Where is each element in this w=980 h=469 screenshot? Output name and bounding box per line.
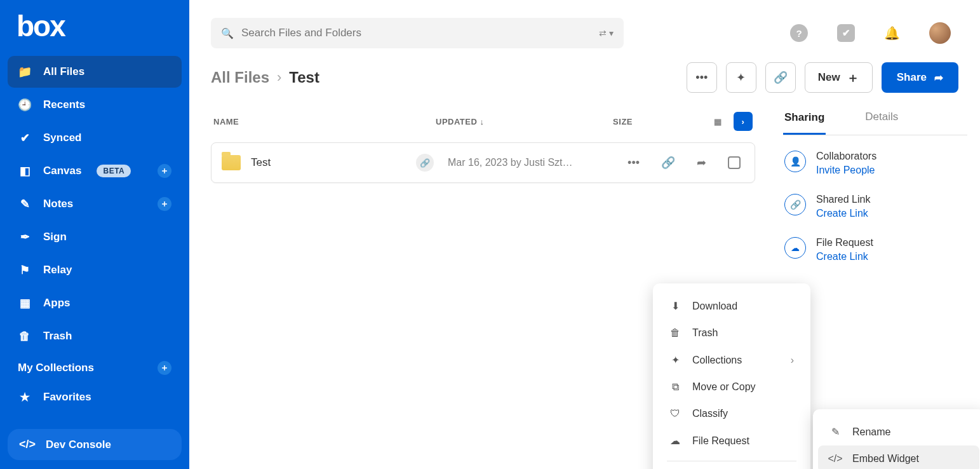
row-more-button[interactable]: •••	[628, 156, 640, 170]
help-icon[interactable]: ?	[790, 24, 808, 42]
dev-console-button[interactable]: </> Dev Console	[8, 429, 182, 460]
shared-link-button[interactable]: 🔗	[765, 62, 796, 93]
menu-item-embed-widget[interactable]: </> Embed Widget	[818, 445, 979, 469]
menu-item-download[interactable]: ⬇ Download	[658, 292, 805, 320]
file-list-pane: NAME UPDATED ↓ SIZE ▦ › Test 🔗 Mar 16, 2…	[189, 104, 777, 469]
avatar[interactable]	[929, 22, 951, 44]
sidebar-item-label: Notes	[43, 198, 73, 210]
action-buttons: ••• ✦ 🔗 New ＋ Share ➦	[687, 62, 958, 93]
cloud-up-icon: ☁	[669, 435, 681, 447]
add-to-collection-button[interactable]: ✦	[726, 62, 756, 93]
new-button[interactable]: New ＋	[805, 62, 873, 93]
create-file-request-link[interactable]: Create Link	[816, 251, 873, 262]
sidebar-item-label: Canvas	[43, 165, 81, 177]
row-link-button[interactable]: 🔗	[661, 156, 675, 170]
menu-item-label: Rename	[852, 426, 890, 438]
menu-divider	[667, 461, 796, 461]
share-button[interactable]: Share ➦	[882, 62, 958, 93]
add-collection-button[interactable]: ＋	[158, 361, 171, 375]
topbar: 🔍 ⇄ ▾ ? ✔ 🔔	[189, 0, 980, 60]
sidebar-item-relay[interactable]: ⚑ Relay	[8, 254, 182, 286]
sidebar-item-recents[interactable]: 🕘 Recents	[8, 89, 182, 121]
dots-icon: •••	[695, 71, 708, 85]
column-size[interactable]: SIZE	[588, 117, 633, 126]
sidebar-item-favorites[interactable]: ★ Favorites	[8, 381, 182, 413]
chevron-right-icon: ›	[791, 355, 794, 366]
sidebar-item-label: Sign	[43, 231, 67, 243]
more-options-button[interactable]: •••	[687, 62, 717, 93]
person-icon: 👤	[784, 151, 806, 172]
plus-icon: ＋	[847, 69, 859, 86]
dev-console-label: Dev Console	[46, 438, 111, 451]
invite-people-link[interactable]: Invite People	[816, 165, 876, 176]
shield-icon: 🛡	[669, 408, 681, 419]
sidebar-item-label: Apps	[43, 297, 70, 309]
sidebar-nav: 📁 All Files 🕘 Recents ✔ Synced ◧ Canvas …	[0, 56, 189, 352]
column-headers: NAME UPDATED ↓ SIZE ▦ ›	[211, 104, 755, 142]
search-input[interactable]	[241, 27, 599, 39]
new-button-label: New	[818, 71, 840, 84]
searchbox[interactable]: 🔍 ⇄ ▾	[211, 18, 624, 48]
menu-item-rename[interactable]: ✎ Rename	[818, 418, 979, 445]
collapse-panel-button[interactable]: ›	[734, 112, 753, 131]
sidebar-section-my-collections: My Collections ＋	[0, 352, 189, 381]
folder-icon	[222, 155, 241, 170]
sidebar-item-notes[interactable]: ✎ Notes ＋	[8, 188, 182, 220]
chevron-right-icon: ›	[277, 69, 281, 86]
actionbar: All Files › Test ••• ✦ 🔗 New ＋ Share ➦	[189, 60, 980, 104]
sidebar-item-label: Relay	[43, 264, 72, 276]
sidebar-item-label: Recents	[43, 99, 85, 111]
check-circle-icon: ✔	[18, 131, 32, 145]
menu-item-move-or-copy[interactable]: ⧉ Move or Copy	[658, 374, 805, 400]
rp-section-title: Shared Link	[816, 194, 870, 208]
sidebar-item-synced[interactable]: ✔ Synced	[8, 122, 182, 154]
link-icon: 🔗	[420, 158, 430, 168]
tasks-icon[interactable]: ✔	[837, 24, 855, 42]
shared-link-chip[interactable]: 🔗	[416, 154, 434, 172]
row-share-button[interactable]: ➦	[697, 156, 706, 170]
trash-icon: 🗑	[669, 327, 681, 339]
menu-item-file-request[interactable]: ☁ File Request	[658, 427, 805, 454]
tab-details[interactable]: Details	[864, 104, 899, 132]
column-updated[interactable]: UPDATED ↓	[436, 117, 588, 126]
file-name[interactable]: Test	[251, 156, 416, 169]
context-submenu: ✎ Rename </> Embed Widget 🏷 Add or Edit …	[813, 409, 980, 469]
menu-item-label: Embed Widget	[852, 453, 919, 465]
rp-section-file-request: ☁ File Request Create Link	[783, 222, 967, 265]
grid-view-button[interactable]: ▦	[708, 112, 727, 131]
table-row[interactable]: Test 🔗 Mar 16, 2023 by Justi Szt… ••• 🔗 …	[211, 142, 755, 183]
breadcrumb: All Files › Test	[211, 69, 319, 86]
sidebar-item-all-files[interactable]: 📁 All Files	[8, 56, 182, 88]
tab-sharing[interactable]: Sharing	[783, 105, 826, 135]
cloud-up-icon: ☁	[784, 237, 806, 259]
shapes-icon: ◧	[18, 164, 32, 178]
row-actions: ••• 🔗 ➦	[628, 156, 744, 170]
bell-icon[interactable]: 🔔	[884, 25, 900, 41]
menu-item-classify[interactable]: 🛡 Classify	[658, 400, 805, 427]
folder-icon: 📁	[18, 65, 32, 79]
menu-item-collections[interactable]: ✦ Collections ›	[658, 346, 805, 374]
column-updated-label: UPDATED	[436, 117, 477, 126]
menu-item-trash[interactable]: 🗑 Trash	[658, 320, 805, 346]
create-shared-link[interactable]: Create Link	[816, 208, 870, 219]
add-note-button[interactable]: ＋	[158, 197, 171, 211]
sidebar-item-sign[interactable]: ✒ Sign	[8, 221, 182, 253]
sidebar-item-label: Favorites	[43, 391, 91, 404]
row-checkbox[interactable]	[728, 156, 741, 169]
column-name[interactable]: NAME	[213, 117, 436, 126]
sort-desc-icon: ↓	[480, 117, 484, 126]
sidebar-item-trash[interactable]: 🗑 Trash	[8, 320, 182, 352]
grid-icon: ▦	[18, 296, 32, 310]
add-canvas-button[interactable]: ＋	[158, 164, 171, 178]
search-filter-icon[interactable]: ⇄ ▾	[599, 28, 614, 38]
topbar-right: ? ✔ 🔔	[790, 22, 958, 44]
rp-section-collaborators: 👤 Collaborators Invite People	[783, 135, 967, 179]
pencil-icon: ✎	[829, 426, 841, 438]
collection-icon: ✦	[736, 71, 746, 85]
sidebar-item-label: Trash	[43, 330, 72, 343]
share-button-label: Share	[897, 71, 927, 84]
sidebar-item-apps[interactable]: ▦ Apps	[8, 287, 182, 319]
breadcrumb-root[interactable]: All Files	[211, 69, 269, 86]
sidebar-item-canvas[interactable]: ◧ Canvas BETA ＋	[8, 155, 182, 187]
collection-icon: ✦	[669, 354, 681, 366]
